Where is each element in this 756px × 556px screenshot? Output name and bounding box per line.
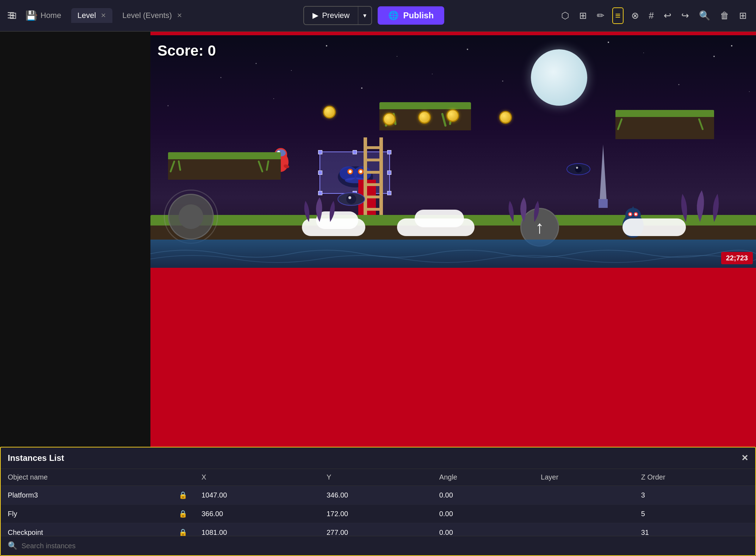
row-object-name: Platform3 xyxy=(1,486,172,505)
preview-label: Preview xyxy=(322,11,349,20)
col-z-order: Z Order xyxy=(634,469,755,486)
search-input[interactable] xyxy=(21,542,748,550)
save-icon[interactable]: 💾 xyxy=(23,8,39,23)
game-viewport[interactable]: Score: 0 xyxy=(150,35,756,268)
row-lock-icon[interactable]: 🔒 xyxy=(172,486,194,505)
svg-rect-38 xyxy=(364,171,383,174)
row-x: 366.00 xyxy=(194,505,320,523)
moon xyxy=(531,49,587,106)
main-area: Score: 0 xyxy=(0,32,756,556)
preview-button-group: ▶ Preview ▾ xyxy=(303,6,372,25)
svg-point-55 xyxy=(629,213,631,215)
svg-point-1 xyxy=(256,63,257,64)
left-dark-area xyxy=(0,32,150,447)
tab-level-events-label: Level (Events) xyxy=(122,11,172,20)
tab-level-events-close[interactable]: ✕ xyxy=(177,12,182,19)
handle-tr xyxy=(387,150,391,154)
spike xyxy=(598,144,608,208)
pencil-icon[interactable]: ✏ xyxy=(595,8,607,23)
svg-rect-46 xyxy=(599,199,608,208)
instances-title: Instances List xyxy=(8,453,64,463)
svg-point-8 xyxy=(291,70,292,71)
row-layer xyxy=(534,505,634,523)
svg-point-17 xyxy=(273,98,274,99)
play-icon: ▶ xyxy=(312,11,318,20)
publish-label: Publish xyxy=(403,11,434,20)
instances-icon[interactable]: ⊞ xyxy=(577,8,589,23)
svg-point-4 xyxy=(467,49,468,50)
preview-button[interactable]: ▶ Preview xyxy=(304,7,358,24)
svg-point-3 xyxy=(397,56,397,57)
tab-level-events[interactable]: Level (Events) ✕ xyxy=(116,8,188,23)
joystick-base xyxy=(168,194,214,240)
handle-tl xyxy=(318,150,322,154)
svg-point-18 xyxy=(731,45,732,47)
zoom-icon[interactable]: 🔍 xyxy=(697,8,712,23)
settings-icon[interactable]: ⊞ xyxy=(737,8,749,23)
left-platform xyxy=(168,159,281,180)
col-object-name: Object name xyxy=(1,469,172,486)
handle-br xyxy=(387,191,391,195)
right-platform xyxy=(615,116,714,139)
tab-home-label: Home xyxy=(41,11,61,20)
table-row[interactable]: Fly 🔒 366.00 172.00 0.00 5 xyxy=(1,505,755,523)
row-z-order: 5 xyxy=(634,505,755,523)
svg-point-9 xyxy=(361,87,362,89)
handle-lc xyxy=(318,171,322,175)
table-header-row: Object name X Y Angle Layer Z Order xyxy=(1,469,755,486)
chevron-down-icon: ▾ xyxy=(363,12,366,19)
svg-marker-45 xyxy=(600,144,607,201)
redo-icon[interactable]: ↪ xyxy=(679,8,691,23)
delete-icon[interactable]: 🗑 xyxy=(718,8,731,23)
canvas-row: Score: 0 xyxy=(0,32,756,447)
grid-icon[interactable]: # xyxy=(647,8,656,23)
row-angle: 0.00 xyxy=(432,486,534,505)
svg-point-15 xyxy=(713,56,715,57)
svg-point-14 xyxy=(678,84,680,85)
instances-panel: Instances List ✕ Object name X Y Angle L… xyxy=(0,447,756,556)
eye-shape xyxy=(337,190,365,208)
row-y: 172.00 xyxy=(320,505,432,523)
col-layer: Layer xyxy=(534,469,634,486)
preview-dropdown-btn[interactable]: ▾ xyxy=(358,7,371,24)
svg-rect-40 xyxy=(364,196,383,198)
svg-rect-36 xyxy=(364,146,383,149)
undo-icon[interactable]: ↩ xyxy=(662,8,674,23)
row-lock-icon[interactable]: 🔒 xyxy=(172,505,194,523)
plant-1 xyxy=(298,194,341,222)
svg-point-6 xyxy=(608,42,609,43)
globe-icon: 🌐 xyxy=(388,11,399,20)
top-bar-right: ⬡ ⊞ ✏ ≡ ⊗ # ↩ ↪ 🔍 🗑 ⊞ xyxy=(559,7,749,24)
table-row[interactable]: Platform3 🔒 1047.00 346.00 0.00 3 xyxy=(1,486,755,505)
plant-2 xyxy=(503,194,545,222)
coin-4 xyxy=(446,109,459,122)
tab-level-label: Level xyxy=(78,11,96,20)
svg-point-19 xyxy=(749,91,750,92)
svg-rect-37 xyxy=(364,159,383,161)
coin-5 xyxy=(499,111,512,124)
svg-point-31 xyxy=(349,170,352,173)
coin-3 xyxy=(418,111,431,124)
svg-point-16 xyxy=(168,105,169,106)
wall-eye xyxy=(566,162,591,176)
svg-rect-41 xyxy=(364,208,383,211)
search-icon: 🔍 xyxy=(8,541,17,550)
split-view-icon[interactable]: ⊞ xyxy=(7,8,19,23)
instances-close-btn[interactable]: ✕ xyxy=(741,453,748,463)
layers-icon[interactable]: ⊗ xyxy=(629,8,641,23)
publish-button[interactable]: 🌐 Publish xyxy=(378,6,444,25)
list-icon[interactable]: ≡ xyxy=(612,7,623,24)
row-angle: 0.00 xyxy=(432,505,534,523)
tab-level[interactable]: Level ✕ xyxy=(71,8,113,23)
instances-table: Object name X Y Angle Layer Z Order Plat… xyxy=(1,469,755,542)
tab-level-close[interactable]: ✕ xyxy=(101,12,106,19)
cube-icon[interactable]: ⬡ xyxy=(559,8,571,23)
row-layer xyxy=(534,486,634,505)
row-y: 346.00 xyxy=(320,486,432,505)
coordinates-display: 22;723 xyxy=(721,252,753,264)
svg-point-56 xyxy=(635,213,637,215)
svg-point-7 xyxy=(221,77,222,78)
col-lock xyxy=(172,469,194,486)
svg-point-43 xyxy=(346,194,356,204)
coin-1 xyxy=(323,106,336,118)
